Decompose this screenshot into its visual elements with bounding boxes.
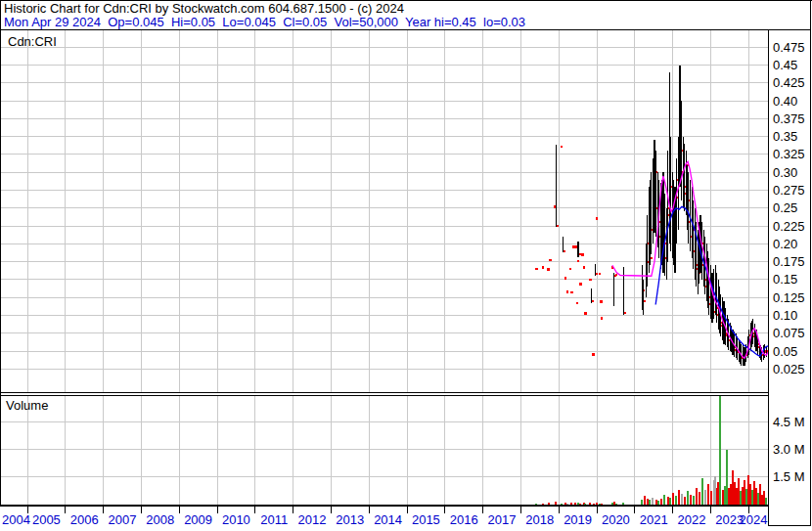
volume-bar — [622, 503, 624, 505]
year-axis-label: 2011 — [260, 513, 288, 526]
trade-dot — [566, 290, 569, 293]
volume-bar — [724, 486, 726, 505]
volume-bar — [763, 491, 765, 504]
year-axis-label: 2017 — [488, 513, 517, 526]
year-axis-label: 2006 — [70, 513, 99, 526]
trade-dot — [592, 353, 595, 356]
volume-bar — [749, 484, 751, 505]
hilo-bar — [591, 288, 592, 303]
hilo-bar — [684, 144, 685, 211]
volume-bar — [589, 503, 591, 504]
close-tick — [579, 253, 581, 255]
volume-bar — [570, 503, 572, 504]
volume-bar — [755, 488, 757, 505]
volume-bar — [687, 491, 689, 504]
volume-bar — [681, 494, 683, 504]
volume-bar — [566, 504, 568, 505]
trade-dot — [599, 273, 602, 276]
volume-pane-base-border — [0, 505, 769, 508]
hilo-bar — [653, 158, 654, 244]
hilo-bar — [710, 265, 711, 319]
volume-bar — [745, 489, 747, 505]
trade-dot — [581, 253, 584, 256]
hilo-bar — [669, 72, 670, 243]
hilo-bar — [642, 265, 643, 309]
volume-axis-tick-label: 1.5 M — [773, 470, 805, 483]
volume-bar — [757, 493, 759, 504]
volume-bar — [738, 478, 740, 504]
volume-bar — [535, 504, 537, 505]
year-axis-label: 2019 — [564, 513, 592, 526]
close-tick — [644, 300, 646, 302]
hilo-bar — [595, 264, 596, 276]
volume-bar — [734, 482, 736, 504]
volume-bar — [555, 502, 557, 504]
volume-bar — [564, 503, 566, 504]
volume-bar — [611, 503, 613, 504]
year-axis-label: 2010 — [222, 513, 250, 526]
volume-bar — [717, 482, 719, 504]
price-axis-tick-label: 0.45 — [773, 59, 797, 71]
close-tick — [614, 275, 616, 277]
price-axis-tick-label: 0.15 — [773, 273, 797, 286]
trade-dot — [577, 260, 580, 263]
year-axis-label: 2007 — [109, 513, 137, 526]
chart-canvas — [0, 0, 812, 531]
price-axis-tick-label: 0.275 — [773, 184, 805, 197]
price-axis-tick-label: 0.175 — [773, 255, 805, 268]
volume-bar — [655, 500, 657, 505]
price-axis-tick-label: 0.40 — [773, 95, 797, 108]
symbol-label: Cdn:CRI — [8, 35, 57, 48]
hilo-bar — [646, 243, 647, 297]
price-axis-tick-label: 0.425 — [773, 76, 805, 89]
volume-bar — [707, 484, 709, 505]
volume-bar — [747, 475, 749, 505]
year-axis-label: 2016 — [450, 513, 478, 526]
volume-bar — [736, 488, 738, 505]
trade-dot — [579, 283, 582, 286]
volume-bar — [667, 497, 669, 504]
price-axis-tick-label: 0.20 — [773, 238, 797, 250]
volume-bar — [728, 488, 730, 505]
volume-bar — [542, 504, 544, 505]
volume-bar — [744, 480, 745, 504]
hilo-bar — [676, 158, 677, 244]
volume-bar — [726, 450, 728, 504]
volume-bar — [548, 503, 550, 504]
hilo-bar — [666, 208, 667, 280]
volume-bar — [765, 498, 767, 505]
hilo-bar — [708, 258, 709, 315]
trade-dot — [547, 268, 550, 271]
close-tick — [651, 257, 653, 259]
price-axis-tick-label: 0.225 — [773, 220, 805, 233]
year-axis-label: 2021 — [640, 513, 668, 526]
hilo-bar — [699, 215, 700, 272]
volume-bar — [660, 499, 662, 505]
trade-dot — [535, 268, 538, 271]
volume-bar — [584, 504, 586, 505]
hilo-bar — [679, 66, 680, 187]
year-axis-label: 2022 — [678, 513, 706, 526]
price-axis-tick-label: 0.475 — [773, 41, 805, 54]
volume-bar — [579, 504, 581, 505]
volume-bar — [710, 491, 712, 504]
volume-bar — [675, 496, 677, 504]
hilo-bar — [764, 344, 765, 359]
volume-axis-tick-label: 4.5 M — [773, 416, 805, 428]
volume-bar — [649, 500, 651, 504]
hilo-bar — [563, 237, 564, 252]
year-axis-label: 2024 — [740, 513, 768, 526]
volume-bar — [753, 481, 755, 504]
trade-dot — [583, 266, 586, 269]
hilo-bar — [711, 273, 712, 323]
hilo-bar — [743, 345, 744, 365]
price-axis-tick-label: 0.125 — [773, 291, 805, 304]
volume-bar — [740, 491, 742, 504]
hilo-bar — [686, 151, 687, 215]
volume-bar — [615, 504, 617, 505]
volume-bar — [647, 499, 649, 505]
trade-dot — [564, 277, 567, 280]
volume-bar — [742, 487, 744, 505]
trade-dot — [570, 291, 573, 294]
hilo-bar — [703, 230, 704, 287]
